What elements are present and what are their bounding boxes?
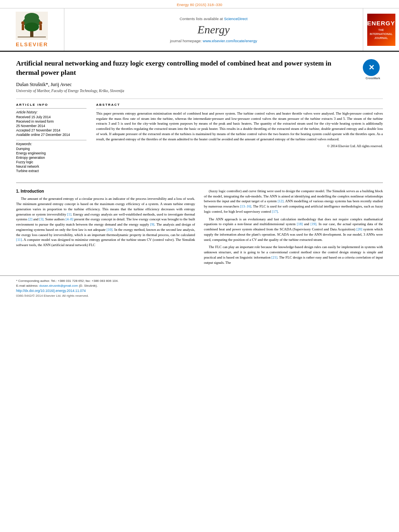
ref-18-link[interactable]: [18] [297,222,303,226]
ref-1-link[interactable]: [1] [67,212,71,216]
abstract-title: ABSTRACT [96,103,383,107]
svg-point-5 [21,21,25,25]
body-divider [16,183,383,183]
page: Energy 80 (2015) 318–330 [0,0,399,532]
affiliation-line: University of Maribor, Faculty of Energy… [16,89,383,93]
ref-17-link[interactable]: [17] [272,210,278,214]
journal-citation: Energy 80 (2015) 318–330 [177,2,222,7]
journal-homepage-link[interactable]: www.elsevier.com/locate/energy [203,39,257,43]
crossmark-label: CrossMark [363,76,383,80]
science-direct-link[interactable]: ScienceDirect [224,16,248,21]
keywords-list: Dumping Energy engineering Entropy gener… [16,147,86,173]
article-title-text: Artificial neural networking and fuzzy l… [16,60,331,76]
article-content: Artificial neural networking and fuzzy l… [0,52,399,275]
list-item: Fuzzy logic [16,160,86,164]
elsevier-brand-text: ELSEVIER [16,41,48,47]
issn-line: 0360-5442/© 2014 Elsevier Ltd. All right… [16,294,383,298]
divider-1 [16,99,383,99]
list-item: Neural network [16,164,86,168]
email-person: (D. Strušnik). [79,284,98,288]
email-label: E-mail address: [16,284,39,288]
article-title-area: Artificial neural networking and fuzzy l… [16,59,383,78]
body-para-1: The amount of the generated entropy of a… [16,196,195,248]
ref-13-16-link[interactable]: [13–16] [240,204,251,208]
section-1-heading: 1. Introduction [16,189,195,195]
list-item: Energy engineering [16,151,86,155]
list-item: Dumping [16,147,86,151]
svg-rect-6 [22,25,24,30]
author-names: Dušan Strušnik*, Jurij Avsec [16,82,72,87]
abstract-text: This paper presents entropy generation m… [96,111,383,142]
elsevier-logo-area: ELSEVIER [0,8,64,51]
received-revised-date: 25 November 2014 [16,124,86,128]
body-col-2: (fuzzy logic controller) and curve fitti… [204,189,383,268]
journal-homepage-line: journal homepage: www.elsevier.com/locat… [170,39,257,43]
doi-link[interactable]: http://dx.doi.org/10.1016/j.energy.2014.… [16,289,86,293]
list-item: Turbine extract [16,169,86,173]
abstract-column: ABSTRACT This paper presents entropy gen… [96,103,383,176]
energy-logo-box: ENERGY THE INTERNATIONAL JOURNAL [367,14,395,46]
body-section: 1. Introduction The amount of the genera… [16,189,383,268]
energy-logo-area: ENERGY THE INTERNATIONAL JOURNAL [363,8,399,51]
ref-19-link[interactable]: [19] [311,222,317,226]
accepted-value: Accepted 27 November 2014 [16,128,86,132]
ref-2-link[interactable]: [2] [28,217,32,221]
copyright-text: © 2014 Elsevier Ltd. All rights reserved… [96,144,383,148]
crossmark-badge: ✕ CrossMark [363,59,383,79]
keywords-block: Keywords: Dumping Energy engineering Ent… [16,140,86,173]
elsevier-tree-icon [16,12,48,40]
svg-rect-8 [39,25,42,30]
corresponding-text: * Corresponding author. Tel.: +386 031 7… [16,279,119,283]
science-direct-line: Contents lists available at ScienceDirec… [180,16,248,21]
corresponding-note: * Corresponding author. Tel.: +386 031 7… [16,279,383,283]
email-note: E-mail address: dusan.strusnik@gmail.com… [16,284,383,288]
article-history-block: Article history: Received 15 July 2014 R… [16,108,86,137]
body-para-3: The ANN approach is an evolutionary and … [204,217,383,242]
ref-10-link[interactable]: [10] [107,228,113,232]
elsevier-logo: ELSEVIER [16,12,48,47]
history-label: Article history: [16,110,86,114]
ref-21-link[interactable]: [21] [271,255,278,259]
ref-3-link[interactable]: [3] [39,217,43,221]
article-info-column: ARTICLE INFO Article history: Received 1… [16,103,86,176]
email-link[interactable]: dusan.strusnik@gmail.com [39,284,78,288]
body-para-4: The FLC can play an important role becau… [204,244,383,265]
svg-point-4 [25,23,39,31]
ref-4-8-link[interactable]: [4–8] [66,217,73,221]
abstract-border: This paper presents entropy generation m… [96,109,383,148]
section-number: 1. [16,189,19,193]
ref-11-link[interactable]: [11] [16,238,22,242]
available-value: Available online 27 December 2014 [16,133,86,137]
received-value: Received 15 July 2014 [16,115,86,119]
section-title: Introduction [21,189,44,193]
body-col-1: 1. Introduction The amount of the genera… [16,189,195,268]
footer: * Corresponding author. Tel.: +386 031 7… [0,275,399,300]
ref-20-link[interactable]: [20] [356,227,362,231]
energy-logo-text: ENERGY THE INTERNATIONAL JOURNAL [367,19,395,40]
doi-note: http://dx.doi.org/10.1016/j.energy.2014.… [16,289,383,293]
svg-point-7 [39,21,42,25]
journal-info: Contents lists available at ScienceDirec… [64,8,363,51]
journal-header: ELSEVIER Contents lists available at Sci… [0,8,399,52]
crossmark-circle: ✕ [363,59,380,76]
ref-12-link[interactable]: [12] [278,199,284,203]
top-bar: Energy 80 (2015) 318–330 [0,0,399,8]
article-info-title: ARTICLE INFO [16,103,86,107]
keywords-label: Keywords: [16,142,86,146]
crossmark-icon: ✕ [368,63,374,72]
ref-9-link[interactable]: [9] [150,222,154,226]
body-para-2: (fuzzy logic controller) and curve fitti… [204,189,383,214]
received-revised-label: Received in revised form [16,119,86,123]
info-abstract-section: ARTICLE INFO Article history: Received 1… [16,103,383,176]
authors-line: Dušan Strušnik*, Jurij Avsec [16,82,383,88]
list-item: Entropy generation [16,156,86,160]
journal-name-heading: Energy [197,23,230,36]
